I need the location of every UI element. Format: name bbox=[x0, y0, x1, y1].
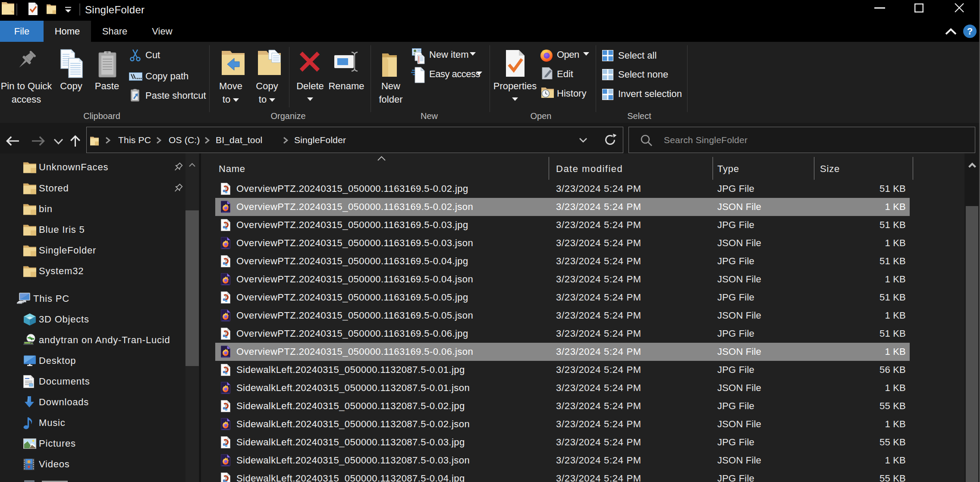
svg-text:?: ? bbox=[967, 26, 973, 37]
